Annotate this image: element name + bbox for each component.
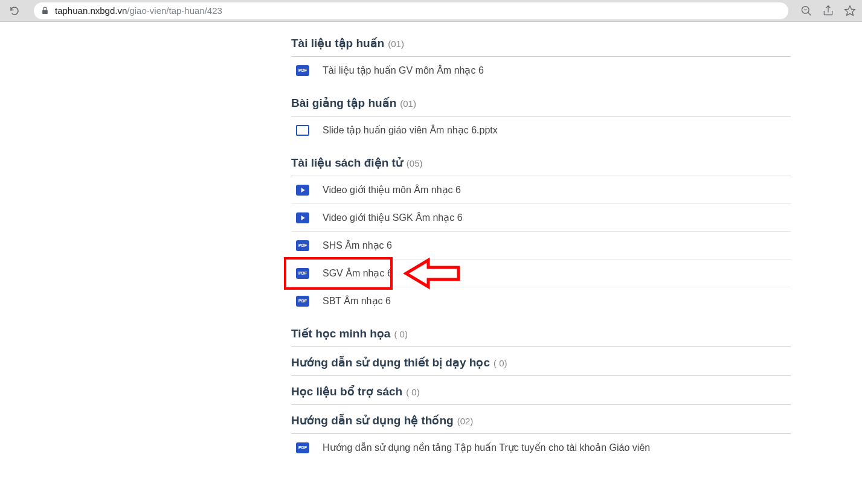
list-item[interactable]: Video giới thiệu môn Âm nhạc 6 (291, 176, 791, 204)
section-count: (05) (407, 158, 423, 168)
list-item[interactable]: Video giới thiệu SGK Âm nhạc 6 (291, 204, 791, 232)
video-icon (296, 185, 309, 196)
section-header: Tài liệu sách điện tử(05) (291, 147, 791, 176)
pdf-icon: PDF (296, 442, 309, 453)
slide-icon (296, 125, 309, 136)
url-path: /giao-vien/tap-huan/423 (127, 5, 222, 16)
section-title: Hướng dẫn sử dụng hệ thống (291, 413, 454, 427)
section-title: Hướng dẫn sử dụng thiết bị dạy học (291, 356, 490, 369)
section-title: Học liệu bổ trợ sách (291, 384, 402, 398)
list-item[interactable]: Slide tập huấn giáo viên Âm nhạc 6.pptx (291, 116, 791, 144)
item-label: Hướng dẫn sử dụng nền tảng Tập huấn Trực… (323, 442, 650, 453)
section-title: Tài liệu sách điện tử (291, 156, 403, 170)
section: Tiết học minh họa( 0) (291, 318, 791, 347)
lock-icon (41, 7, 49, 14)
pdf-icon: PDF (296, 268, 309, 279)
share-icon[interactable] (822, 5, 834, 17)
list-item[interactable]: PDFSBT Âm nhạc 6 (291, 287, 791, 314)
item-label: Tài liệu tập huấn GV môn Âm nhạc 6 (323, 65, 484, 76)
section-header: Học liệu bổ trợ sách( 0) (291, 376, 791, 405)
section-title: Tiết học minh họa (291, 327, 390, 340)
svg-line-1 (808, 12, 811, 15)
section-header: Bài giảng tập huấn(01) (291, 88, 791, 116)
list-item[interactable]: PDFTài liệu tập huấn GV môn Âm nhạc 6 (291, 57, 791, 84)
section-count: ( 0) (494, 358, 507, 368)
item-list: PDFHướng dẫn sử dụng nền tảng Tập huấn T… (291, 434, 791, 461)
section-count: ( 0) (394, 329, 408, 339)
video-icon (296, 212, 309, 223)
svg-marker-3 (845, 5, 855, 15)
browser-address-bar: taphuan.nxbgd.vn/giao-vien/tap-huan/423 (0, 0, 862, 22)
item-label: SBT Âm nhạc 6 (323, 295, 391, 307)
section-title: Tài liệu tập huấn (291, 36, 384, 50)
item-label: Slide tập huấn giáo viên Âm nhạc 6.pptx (323, 124, 498, 136)
zoom-icon[interactable] (800, 5, 812, 17)
section-header: Hướng dẫn sử dụng hệ thống(02) (291, 405, 791, 434)
pdf-icon: PDF (296, 240, 309, 251)
url-input[interactable]: taphuan.nxbgd.vn/giao-vien/tap-huan/423 (34, 2, 788, 19)
item-label: Video giới thiệu SGK Âm nhạc 6 (323, 212, 463, 223)
star-icon[interactable] (844, 5, 856, 17)
section-header: Tài liệu tập huấn(01) (291, 28, 791, 57)
list-item[interactable]: PDFSHS Âm nhạc 6 (291, 232, 791, 260)
item-label: SGV Âm nhạc 6 (323, 267, 393, 279)
section-count: (02) (457, 416, 474, 426)
section: Tài liệu sách điện tử(05)Video giới thiệ… (291, 147, 791, 318)
item-label: SHS Âm nhạc 6 (323, 240, 392, 251)
section: Tài liệu tập huấn(01)PDFTài liệu tập huấ… (291, 28, 791, 88)
section: Học liệu bổ trợ sách( 0) (291, 376, 791, 405)
item-label: Video giới thiệu môn Âm nhạc 6 (323, 184, 461, 196)
section-count: (01) (388, 39, 404, 49)
section-count: ( 0) (406, 387, 420, 397)
url-domain: taphuan.nxbgd.vn (55, 5, 127, 16)
section-header: Tiết học minh họa( 0) (291, 318, 791, 347)
page-content: Tài liệu tập huấn(01)PDFTài liệu tập huấ… (0, 22, 862, 465)
browser-actions (800, 5, 856, 17)
item-list: PDFTài liệu tập huấn GV môn Âm nhạc 6 (291, 57, 791, 84)
section-count: (01) (400, 98, 416, 109)
section-title: Bài giảng tập huấn (291, 96, 396, 110)
section: Hướng dẫn sử dụng hệ thống(02)PDFHướng d… (291, 405, 791, 465)
section: Bài giảng tập huấn(01)Slide tập huấn giá… (291, 88, 791, 147)
item-list: Video giới thiệu môn Âm nhạc 6Video giới… (291, 176, 791, 314)
item-list: Slide tập huấn giáo viên Âm nhạc 6.pptx (291, 116, 791, 144)
pdf-icon: PDF (296, 65, 309, 76)
section-header: Hướng dẫn sử dụng thiết bị dạy học( 0) (291, 347, 791, 376)
list-item[interactable]: PDFHướng dẫn sử dụng nền tảng Tập huấn T… (291, 434, 791, 461)
reload-button[interactable] (6, 2, 23, 19)
pdf-icon: PDF (296, 296, 309, 307)
list-item[interactable]: PDFSGV Âm nhạc 6 (291, 260, 791, 287)
section: Hướng dẫn sử dụng thiết bị dạy học( 0) (291, 347, 791, 376)
